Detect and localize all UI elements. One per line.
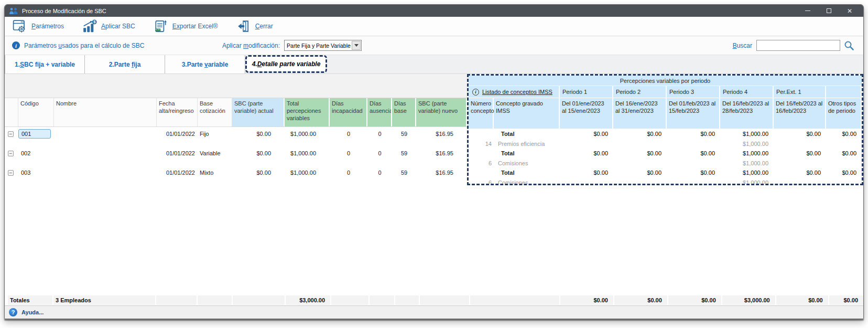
p1-value: $0.00	[560, 168, 613, 178]
exportar-excel-button[interactable]: XLSX Exportar Excel®	[151, 18, 220, 34]
cerrar-button[interactable]: Cerrar	[234, 18, 275, 34]
fecha-cell: 01/01/2022	[157, 168, 198, 178]
sbc-actual-cell: $0.00	[232, 149, 285, 158]
total-label: Total	[494, 129, 560, 139]
concepto-nombre: Premios eficiencia	[494, 139, 560, 149]
totals-row: Totales 3 Empleados $3,000.00 $0.00 $0.0…	[5, 295, 863, 305]
periodo-3-header[interactable]: Periodo 3	[667, 86, 720, 98]
minimize-icon	[805, 10, 810, 11]
collapse-row-icon[interactable]: −	[8, 131, 14, 137]
table-row[interactable]: − 002 01/01/2022 Variable $0.00 $1,000.0…	[5, 149, 470, 168]
p3-value: $0.00	[667, 149, 720, 158]
dias-base-cell: 59	[392, 129, 416, 139]
codigo-cell[interactable]: 003	[18, 168, 33, 178]
close-button[interactable]: ✕	[839, 5, 860, 17]
aplicar-sbc-button[interactable]: $ Aplicar SBC	[80, 18, 137, 34]
dias-incapacidad-cell: 0	[330, 149, 367, 158]
dias-ausencia-header[interactable]: Días ausencia	[367, 98, 392, 126]
total-row[interactable]: Total $0.00 $0.00 $0.00 $1,000.00 $0.00 …	[469, 149, 862, 158]
period-spacer-header	[826, 86, 862, 98]
chevron-down-icon	[354, 44, 359, 47]
base-cotizacion-header[interactable]: Base cotización	[198, 98, 232, 126]
codigo-cell-selected[interactable]: 001	[18, 129, 51, 139]
p2-total: $0.00	[614, 295, 667, 305]
dias-ausencia-cell: 0	[367, 168, 392, 178]
otros-value: $0.00	[826, 149, 862, 158]
concepto-p4-value: $1,000.00	[720, 139, 774, 149]
nombre-cell	[54, 129, 157, 139]
sbc-actual-header[interactable]: SBC (parte variable) actual	[232, 98, 285, 126]
minimize-button[interactable]	[797, 5, 818, 17]
info-outline-icon: i	[472, 89, 479, 96]
sbc-nuevo-cell: $16.95	[416, 129, 467, 139]
app-window: Proceso de Modificación de SBC ✕	[4, 4, 864, 319]
tab-sbc-fija-variable[interactable]: 1.SBC fija + variable	[5, 55, 85, 73]
collapse-row-icon[interactable]: −	[8, 151, 14, 156]
title-bar: Proceso de Modificación de SBC ✕	[5, 5, 863, 17]
sbc-nuevo-cell: $16.95	[416, 149, 467, 158]
codigo-cell[interactable]: 002	[18, 149, 33, 158]
sbc-nuevo-header[interactable]: SBC (parte variable) nuevo	[416, 98, 467, 126]
tab-detalle-parte-variable[interactable]: 4.Detalle parte variable	[247, 57, 326, 71]
percepciones-variables-panel: Percepciones variables por periodo i Lis…	[467, 74, 863, 185]
dias-base-cell: 59	[392, 168, 416, 178]
dropdown-button[interactable]	[352, 41, 361, 50]
p2-value: $0.00	[613, 129, 667, 139]
dias-base-cell: 59	[392, 149, 416, 158]
sbc-actual-cell: $0.00	[232, 129, 285, 139]
tab-parte-fija[interactable]: 2.Parte fija	[85, 55, 165, 73]
toolbar: Parámetros $ Aplicar SBC	[5, 17, 863, 36]
total-percepciones-header[interactable]: Total percepciones variables	[285, 98, 330, 126]
tab-bar: 1.SBC fija + variable 2.Parte fija 3.Par…	[5, 55, 863, 74]
otros-tipos-header[interactable]: Otros tipos de periodo	[826, 98, 862, 129]
ayuda-link[interactable]: Ayuda...	[21, 309, 44, 315]
p1-total: $0.00	[560, 295, 613, 305]
totales-label: Totales	[8, 295, 52, 305]
periodo-1-header[interactable]: Periodo 1	[560, 86, 613, 98]
per-ext-1-header[interactable]: Per.Ext. 1	[774, 86, 826, 98]
rango-periodo-1: Del 01/ene/2023 al 15/ene/2023	[560, 98, 613, 129]
pext-value: $0.00	[774, 168, 826, 178]
concept-row[interactable]: 14 Premios eficiencia $1,000.00	[469, 139, 862, 149]
dias-base-header[interactable]: Días base	[392, 98, 416, 126]
concepto-gravado-header[interactable]: Concepto gravado IMSS	[494, 98, 560, 129]
dias-ausencia-cell: 0	[367, 129, 392, 139]
group-header: Percepciones variables por periodo	[469, 76, 862, 86]
periodo-2-header[interactable]: Periodo 2	[613, 86, 667, 98]
exit-door-icon	[236, 19, 252, 33]
codigo-header[interactable]: Código	[18, 98, 54, 126]
table-row[interactable]: − 003 01/01/2022 Mixto $0.00 $1,000.00 0…	[5, 168, 470, 187]
p4-total: $3,000.00	[722, 295, 775, 305]
concepto-p4-value: $1,000.00	[720, 158, 774, 168]
close-icon: ✕	[847, 7, 852, 15]
base-cell: Variable	[198, 149, 232, 158]
periodo-4-header[interactable]: Periodo 4	[720, 86, 774, 98]
dias-incapacidad-header[interactable]: Días incapacidad	[330, 98, 367, 126]
collapse-row-icon[interactable]: −	[8, 170, 14, 176]
parametros-button[interactable]: Parámetros	[10, 18, 66, 34]
nombre-header[interactable]: Nombre	[54, 98, 157, 126]
aplicar-modificacion-select[interactable]: Parte Fija y Parte Variable	[284, 40, 362, 51]
app-logo-icon	[9, 7, 18, 15]
concepto-p4-value: $1,000.00	[720, 178, 774, 185]
total-percepciones-cell: $1,000.00	[285, 149, 330, 158]
tab-parte-variable[interactable]: 3.Parte variable	[165, 55, 245, 73]
listado-conceptos-link[interactable]: i Listado de conceptos IMSS	[471, 89, 552, 96]
fecha-cell: 01/01/2022	[157, 129, 198, 139]
total-row[interactable]: Total $0.00 $0.00 $0.00 $1,000.00 $0.00 …	[469, 168, 862, 178]
maximize-button[interactable]	[818, 5, 839, 17]
p4-value: $1,000.00	[720, 149, 774, 158]
fecha-header[interactable]: Fecha alta/reingreso	[157, 98, 198, 126]
p4-value: $1,000.00	[720, 168, 774, 178]
table-row[interactable]: − 001 01/01/2022 Fijo $0.00 $1,000.00 0 …	[5, 129, 470, 149]
search-input[interactable]	[756, 40, 840, 51]
rango-periodo-2: Del 16/ene/2023 al 31/ene/2023	[613, 98, 667, 129]
search-icon[interactable]	[843, 40, 855, 51]
total-row[interactable]: Total $0.00 $0.00 $0.00 $1,000.00 $0.00 …	[469, 129, 862, 139]
concept-row[interactable]: 6 Comisiones $1,000.00	[469, 178, 862, 185]
concepto-numero: 6	[469, 178, 494, 185]
numero-concepto-header[interactable]: Número concepto	[469, 98, 494, 129]
concept-row[interactable]: 6 Comisiones $1,000.00	[469, 158, 862, 168]
left-column-headers: Código Nombre Fecha alta/reingreso Base …	[5, 98, 470, 127]
fecha-cell: 01/01/2022	[157, 149, 198, 158]
